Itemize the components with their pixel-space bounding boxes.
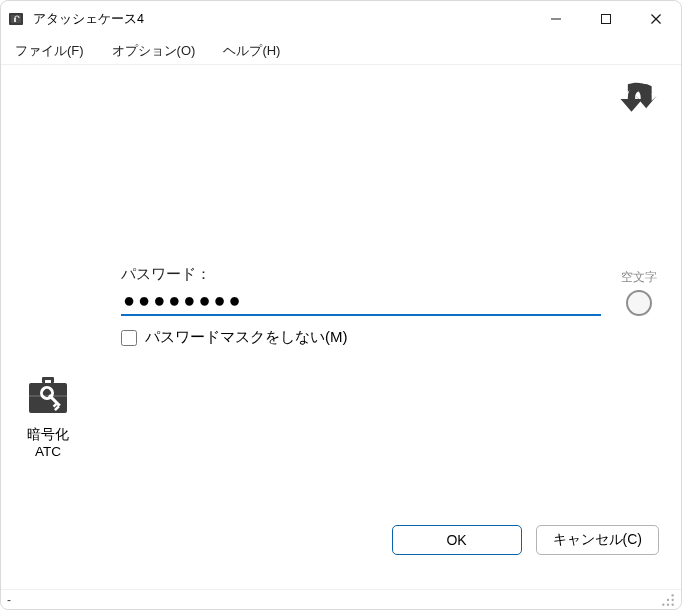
menubar: ファイル(F) オプション(O) ヘルプ(H) <box>1 37 681 65</box>
svg-rect-4 <box>602 15 611 24</box>
empty-char-label: 空文字 <box>619 269 659 286</box>
password-label: パスワード： <box>121 265 601 284</box>
unmask-checkbox[interactable] <box>121 330 137 346</box>
statusbar: - <box>1 589 681 609</box>
unmask-row: パスワードマスクをしない(M) <box>121 328 659 347</box>
encrypt-mode-icon <box>25 373 71 419</box>
password-form: パスワード： 空文字 パスワードマスクをしない(M) <box>121 265 659 347</box>
cancel-button[interactable]: キャンセル(C) <box>536 525 659 555</box>
resize-grip-icon[interactable] <box>661 593 675 607</box>
password-input[interactable] <box>121 286 601 316</box>
password-row: パスワード： 空文字 <box>121 265 659 316</box>
back-button[interactable] <box>615 77 659 121</box>
sidebar: 暗号化 ATC <box>1 65 95 589</box>
unmask-label[interactable]: パスワードマスクをしない(M) <box>145 328 348 347</box>
svg-point-17 <box>672 598 674 600</box>
svg-rect-10 <box>29 395 67 397</box>
window-controls <box>531 1 681 37</box>
titlebar: アタッシェケース4 <box>1 1 681 37</box>
minimize-button[interactable] <box>531 1 581 37</box>
mode-label: 暗号化 ATC <box>27 427 69 461</box>
close-button[interactable] <box>631 1 681 37</box>
svg-point-20 <box>672 603 674 605</box>
content-area: 暗号化 ATC パスワード： 空文字 <box>1 65 681 589</box>
svg-point-19 <box>667 603 669 605</box>
maximize-button[interactable] <box>581 1 631 37</box>
svg-rect-8 <box>45 380 51 383</box>
main-panel: パスワード： 空文字 パスワードマスクをしない(M) OK キャンセル(C) <box>95 65 681 589</box>
menu-option[interactable]: オプション(O) <box>108 40 200 62</box>
empty-char-radio[interactable] <box>626 290 652 316</box>
svg-point-18 <box>662 603 664 605</box>
svg-rect-2 <box>14 18 16 22</box>
ok-button[interactable]: OK <box>392 525 522 555</box>
mode-label-line2: ATC <box>27 444 69 461</box>
footer-buttons: OK キャンセル(C) <box>392 525 659 555</box>
menu-help[interactable]: ヘルプ(H) <box>219 40 284 62</box>
svg-point-16 <box>667 598 669 600</box>
menu-file[interactable]: ファイル(F) <box>11 40 88 62</box>
window-title: アタッシェケース4 <box>33 11 144 28</box>
statusbar-text: - <box>7 593 11 607</box>
app-icon <box>9 11 25 27</box>
svg-point-15 <box>672 594 674 596</box>
mode-label-line1: 暗号化 <box>27 427 69 444</box>
